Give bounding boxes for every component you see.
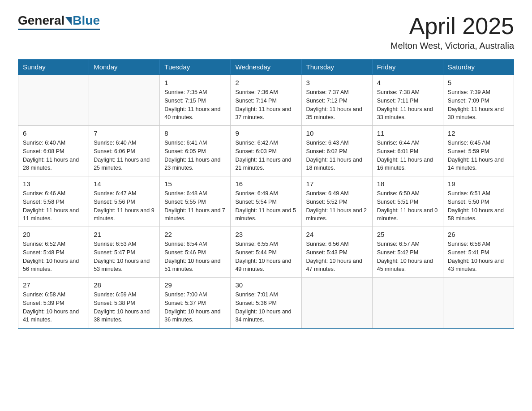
day-info: Sunrise: 6:56 AM Sunset: 5:43 PM Dayligh… (306, 240, 368, 274)
calendar-cell: 1Sunrise: 7:35 AM Sunset: 7:15 PM Daylig… (160, 75, 231, 126)
calendar-cell: 23Sunrise: 6:55 AM Sunset: 5:44 PM Dayli… (231, 227, 301, 278)
calendar-cell: 15Sunrise: 6:48 AM Sunset: 5:55 PM Dayli… (160, 176, 231, 227)
day-info: Sunrise: 6:49 AM Sunset: 5:54 PM Dayligh… (235, 189, 296, 223)
calendar-header-row: SundayMondayTuesdayWednesdayThursdayFrid… (18, 60, 514, 75)
calendar-week-row: 20Sunrise: 6:52 AM Sunset: 5:48 PM Dayli… (18, 227, 514, 278)
calendar-cell: 8Sunrise: 6:41 AM Sunset: 6:05 PM Daylig… (160, 126, 231, 176)
day-number: 5 (448, 79, 509, 86)
calendar-cell: 25Sunrise: 6:57 AM Sunset: 5:42 PM Dayli… (372, 227, 443, 278)
day-info: Sunrise: 6:40 AM Sunset: 6:06 PM Dayligh… (94, 139, 155, 172)
day-info: Sunrise: 7:01 AM Sunset: 5:36 PM Dayligh… (235, 291, 296, 324)
calendar-cell (18, 75, 89, 126)
day-number: 26 (448, 231, 509, 238)
day-info: Sunrise: 7:36 AM Sunset: 7:14 PM Dayligh… (235, 88, 296, 122)
day-info: Sunrise: 6:48 AM Sunset: 5:55 PM Dayligh… (164, 189, 226, 223)
calendar-cell: 5Sunrise: 7:39 AM Sunset: 7:09 PM Daylig… (443, 75, 514, 126)
day-info: Sunrise: 6:58 AM Sunset: 5:39 PM Dayligh… (23, 291, 84, 324)
calendar-cell: 30Sunrise: 7:01 AM Sunset: 5:36 PM Dayli… (231, 278, 301, 329)
calendar-cell: 2Sunrise: 7:36 AM Sunset: 7:14 PM Daylig… (231, 75, 301, 126)
day-number: 23 (235, 231, 296, 238)
day-info: Sunrise: 6:54 AM Sunset: 5:46 PM Dayligh… (164, 240, 226, 274)
day-info: Sunrise: 6:41 AM Sunset: 6:05 PM Dayligh… (164, 139, 226, 172)
day-number: 13 (23, 180, 84, 188)
calendar-table: SundayMondayTuesdayWednesdayThursdayFrid… (18, 59, 514, 329)
day-number: 21 (94, 231, 155, 238)
calendar-cell: 24Sunrise: 6:56 AM Sunset: 5:43 PM Dayli… (301, 227, 372, 278)
day-number: 14 (94, 180, 155, 188)
day-number: 16 (235, 180, 296, 188)
calendar-day-header: Sunday (18, 60, 89, 75)
title-block: April 2025 Melton West, Victoria, Austra… (390, 13, 514, 51)
calendar-cell: 19Sunrise: 6:51 AM Sunset: 5:50 PM Dayli… (443, 176, 514, 227)
logo-blue-text: Blue (73, 13, 100, 28)
calendar-cell: 6Sunrise: 6:40 AM Sunset: 6:08 PM Daylig… (18, 126, 89, 176)
calendar-week-row: 27Sunrise: 6:58 AM Sunset: 5:39 PM Dayli… (18, 278, 514, 329)
calendar-cell: 13Sunrise: 6:46 AM Sunset: 5:58 PM Dayli… (18, 176, 89, 227)
calendar-cell: 4Sunrise: 7:38 AM Sunset: 7:11 PM Daylig… (372, 75, 443, 126)
day-info: Sunrise: 6:58 AM Sunset: 5:41 PM Dayligh… (448, 240, 509, 274)
day-info: Sunrise: 6:57 AM Sunset: 5:42 PM Dayligh… (377, 240, 438, 274)
day-info: Sunrise: 6:49 AM Sunset: 5:52 PM Dayligh… (306, 189, 368, 223)
calendar-cell: 18Sunrise: 6:50 AM Sunset: 5:51 PM Dayli… (372, 176, 443, 227)
calendar-cell (372, 278, 443, 329)
calendar-cell: 11Sunrise: 6:44 AM Sunset: 6:01 PM Dayli… (372, 126, 443, 176)
calendar-cell: 7Sunrise: 6:40 AM Sunset: 6:06 PM Daylig… (89, 126, 160, 176)
day-number: 18 (377, 180, 438, 188)
calendar-day-header: Thursday (301, 60, 372, 75)
day-info: Sunrise: 7:38 AM Sunset: 7:11 PM Dayligh… (377, 88, 438, 122)
day-number: 9 (235, 129, 296, 137)
day-info: Sunrise: 6:42 AM Sunset: 6:03 PM Dayligh… (235, 139, 296, 172)
day-number: 6 (23, 129, 84, 137)
calendar-day-header: Saturday (443, 60, 514, 75)
calendar-cell: 22Sunrise: 6:54 AM Sunset: 5:46 PM Dayli… (160, 227, 231, 278)
calendar-cell: 12Sunrise: 6:45 AM Sunset: 5:59 PM Dayli… (443, 126, 514, 176)
day-info: Sunrise: 6:55 AM Sunset: 5:44 PM Dayligh… (235, 240, 296, 274)
day-number: 7 (94, 129, 155, 137)
logo-underline (18, 29, 100, 30)
day-number: 24 (306, 231, 368, 238)
day-info: Sunrise: 7:35 AM Sunset: 7:15 PM Dayligh… (164, 88, 226, 122)
calendar-cell: 27Sunrise: 6:58 AM Sunset: 5:39 PM Dayli… (18, 278, 89, 329)
day-number: 30 (235, 281, 296, 289)
logo-arrow-icon (65, 17, 72, 25)
calendar-cell: 9Sunrise: 6:42 AM Sunset: 6:03 PM Daylig… (231, 126, 301, 176)
calendar-cell: 10Sunrise: 6:43 AM Sunset: 6:02 PM Dayli… (301, 126, 372, 176)
month-title: April 2025 (390, 13, 514, 39)
day-number: 4 (377, 79, 438, 86)
day-info: Sunrise: 6:44 AM Sunset: 6:01 PM Dayligh… (377, 139, 438, 172)
day-number: 1 (164, 79, 226, 86)
day-info: Sunrise: 6:50 AM Sunset: 5:51 PM Dayligh… (377, 189, 438, 223)
day-info: Sunrise: 6:52 AM Sunset: 5:48 PM Dayligh… (23, 240, 84, 274)
day-info: Sunrise: 6:40 AM Sunset: 6:08 PM Dayligh… (23, 139, 84, 172)
page-header: General Blue April 2025 Melton West, Vic… (18, 13, 514, 51)
day-info: Sunrise: 6:47 AM Sunset: 5:56 PM Dayligh… (94, 189, 155, 223)
logo-general-text: General (18, 13, 64, 28)
calendar-cell: 28Sunrise: 6:59 AM Sunset: 5:38 PM Dayli… (89, 278, 160, 329)
calendar-day-header: Friday (372, 60, 443, 75)
day-number: 27 (23, 281, 84, 289)
day-number: 10 (306, 129, 368, 137)
calendar-cell: 29Sunrise: 7:00 AM Sunset: 5:37 PM Dayli… (160, 278, 231, 329)
calendar-cell: 16Sunrise: 6:49 AM Sunset: 5:54 PM Dayli… (231, 176, 301, 227)
calendar-cell: 3Sunrise: 7:37 AM Sunset: 7:12 PM Daylig… (301, 75, 372, 126)
location-text: Melton West, Victoria, Australia (390, 41, 514, 51)
calendar-week-row: 13Sunrise: 6:46 AM Sunset: 5:58 PM Dayli… (18, 176, 514, 227)
day-info: Sunrise: 7:00 AM Sunset: 5:37 PM Dayligh… (164, 291, 226, 324)
calendar-day-header: Tuesday (160, 60, 231, 75)
calendar-cell: 26Sunrise: 6:58 AM Sunset: 5:41 PM Dayli… (443, 227, 514, 278)
day-info: Sunrise: 6:43 AM Sunset: 6:02 PM Dayligh… (306, 139, 368, 172)
calendar-cell (301, 278, 372, 329)
day-number: 15 (164, 180, 226, 188)
day-number: 11 (377, 129, 438, 137)
calendar-cell: 14Sunrise: 6:47 AM Sunset: 5:56 PM Dayli… (89, 176, 160, 227)
day-number: 20 (23, 231, 84, 238)
day-number: 3 (306, 79, 368, 86)
day-number: 17 (306, 180, 368, 188)
day-number: 29 (164, 281, 226, 289)
day-number: 25 (377, 231, 438, 238)
calendar-cell: 17Sunrise: 6:49 AM Sunset: 5:52 PM Dayli… (301, 176, 372, 227)
day-info: Sunrise: 6:59 AM Sunset: 5:38 PM Dayligh… (94, 291, 155, 324)
calendar-cell (89, 75, 160, 126)
calendar-cell: 20Sunrise: 6:52 AM Sunset: 5:48 PM Dayli… (18, 227, 89, 278)
day-info: Sunrise: 7:39 AM Sunset: 7:09 PM Dayligh… (448, 88, 509, 122)
